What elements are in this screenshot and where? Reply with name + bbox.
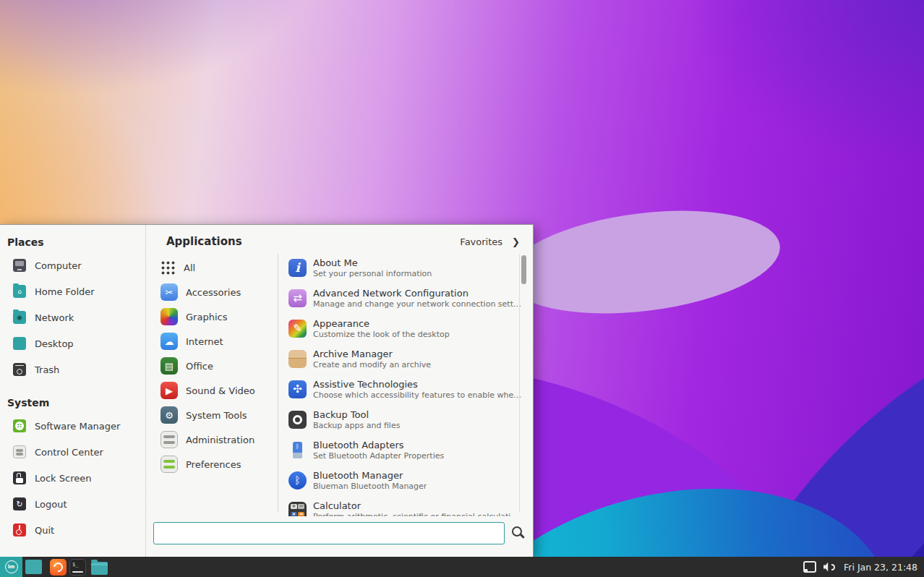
category-administration[interactable]: Administration (158, 427, 278, 452)
app-title: Calculator (313, 500, 518, 511)
launcher-area: lm (0, 557, 108, 577)
menu-left-column: Places Computer⌂Home Folder◉NetworkDeskt… (0, 225, 146, 557)
terminal-launcher-icon[interactable] (69, 559, 86, 576)
app-description: Blueman Bluetooth Manager (313, 482, 427, 491)
place-desktop[interactable]: Desktop (7, 330, 145, 356)
clock[interactable]: Fri Jan 23, 21:48 (844, 562, 917, 573)
category-office[interactable]: ▤Office (158, 354, 278, 378)
app-backup-tool[interactable]: Backup ToolBackup apps and files (288, 404, 533, 435)
app-text: Bluetooth ManagerBlueman Bluetooth Manag… (313, 470, 427, 491)
app-description: Customize the look of the desktop (313, 330, 450, 339)
desktop-icon (13, 337, 26, 350)
menu-button[interactable]: lm (0, 557, 22, 577)
category-list: All✂AccessoriesGraphics☁Internet▤Office▶… (158, 249, 278, 516)
category-all[interactable]: All (158, 255, 278, 280)
show-desktop-launcher-icon[interactable] (25, 560, 42, 574)
app-text: Assistive TechnologiesChoose which acces… (313, 379, 521, 400)
backup-tool-icon (288, 411, 307, 429)
system-tools-icon: ⚙ (161, 406, 178, 424)
system-label: Software Manager (35, 421, 120, 432)
system-logout[interactable]: ↻Logout (7, 491, 145, 517)
app-description: Backup apps and files (313, 421, 400, 430)
about-me-icon: i (288, 259, 307, 277)
app-text: Backup ToolBackup apps and files (313, 409, 400, 430)
accessories-icon: ✂ (161, 283, 178, 301)
app-text: Archive ManagerCreate and modify an arch… (313, 349, 431, 369)
favorites-button[interactable]: Favorites ❯ (460, 236, 520, 247)
app-description: Create and modify an archive (313, 360, 431, 369)
category-preferences[interactable]: Preferences (158, 452, 278, 476)
app-advanced-network-configuration[interactable]: ⇄Advanced Network ConfigurationManage an… (288, 283, 533, 313)
places-list: Computer⌂Home Folder◉NetworkDesktopTrash (7, 252, 145, 382)
category-label: Internet (186, 336, 223, 347)
app-list-container: iAbout MeSet your personal information⇄A… (278, 249, 533, 516)
app-title: Bluetooth Manager (313, 470, 427, 481)
app-bluetooth-adapters[interactable]: Bluetooth AdaptersSet Bluetooth Adapter … (288, 435, 533, 465)
advanced-network-configuration-icon: ⇄ (288, 289, 307, 307)
category-label: Graphics (186, 312, 227, 322)
category-internet[interactable]: ☁Internet (158, 329, 278, 354)
app-about-me[interactable]: iAbout MeSet your personal information (288, 252, 533, 283)
quit-icon (13, 523, 26, 537)
scrollbar-thumb[interactable] (521, 255, 526, 284)
app-description: Set Bluetooth Adapter Properties (313, 451, 444, 461)
graphics-icon (161, 308, 178, 325)
app-bluetooth-manager[interactable]: ᛒBluetooth ManagerBlueman Bluetooth Mana… (288, 465, 533, 495)
window-list-icon[interactable] (803, 561, 816, 573)
network-icon: ◉ (13, 311, 26, 324)
app-title: About Me (313, 257, 432, 268)
files-launcher-icon[interactable] (91, 562, 108, 575)
app-appearance[interactable]: ✎AppearanceCustomize the look of the des… (288, 313, 533, 343)
app-text: Bluetooth AdaptersSet Bluetooth Adapter … (313, 440, 444, 461)
search-input[interactable] (153, 522, 505, 544)
all-icon (161, 260, 176, 275)
system-quit[interactable]: Quit (7, 517, 145, 543)
calc-key-icon: = (298, 512, 304, 516)
category-label: Administration (186, 435, 254, 445)
place-home-folder[interactable]: ⌂Home Folder (7, 278, 145, 304)
place-network[interactable]: ◉Network (7, 304, 145, 330)
system-tray: Fri Jan 23, 21:48 (803, 561, 924, 573)
search-icon (511, 526, 526, 540)
category-accessories[interactable]: ✂Accessories (158, 280, 278, 304)
app-assistive-technologies[interactable]: ✣Assistive TechnologiesChoose which acce… (288, 374, 533, 404)
place-label: Home Folder (35, 286, 95, 297)
administration-icon (161, 431, 178, 448)
main-menu: Places Computer⌂Home Folder◉NetworkDeskt… (0, 224, 534, 557)
system-software-manager[interactable]: Software Manager (7, 413, 145, 439)
system-title: System (7, 397, 145, 409)
taskbar: lm Fri Jan 23, 21:48 (0, 557, 924, 577)
app-title: Assistive Technologies (313, 379, 521, 390)
firefox-launcher-icon[interactable] (50, 559, 67, 576)
logout-icon: ↻ (13, 497, 26, 510)
office-icon: ▤ (161, 357, 178, 375)
category-label: All (184, 262, 195, 273)
category-system-tools[interactable]: ⚙System Tools (158, 403, 278, 427)
sound-video-icon: ▶ (161, 382, 178, 399)
software-manager-icon (13, 419, 26, 432)
app-title: Appearance (313, 318, 450, 329)
app-title: Backup Tool (313, 409, 400, 420)
system-control-center[interactable]: Control Center (7, 439, 145, 465)
app-calculator[interactable]: +−×=CalculatorPerform arithmetic, scient… (288, 495, 533, 516)
archive-manager-icon (288, 350, 307, 368)
app-text: CalculatorPerform arithmetic, scientific… (313, 500, 518, 517)
chevron-right-icon: ❯ (512, 236, 520, 247)
lock-screen-icon (13, 471, 26, 484)
app-archive-manager[interactable]: Archive ManagerCreate and modify an arch… (288, 343, 533, 374)
volume-icon[interactable] (824, 562, 837, 573)
place-computer[interactable]: Computer (7, 252, 145, 278)
place-label: Desktop (35, 338, 74, 349)
system-lock-screen[interactable]: Lock Screen (7, 465, 145, 491)
appearance-icon: ✎ (288, 320, 307, 338)
calc-key-icon: + (291, 504, 297, 509)
system-label: Logout (35, 499, 67, 510)
place-trash[interactable]: Trash (7, 356, 145, 382)
app-title: Archive Manager (313, 349, 431, 359)
category-graphics[interactable]: Graphics (158, 304, 278, 329)
category-label: Accessories (186, 287, 241, 298)
app-text: About MeSet your personal information (313, 257, 432, 278)
search-row (146, 516, 533, 557)
place-label: Computer (35, 260, 82, 271)
category-sound-video[interactable]: ▶Sound & Video (158, 378, 278, 403)
